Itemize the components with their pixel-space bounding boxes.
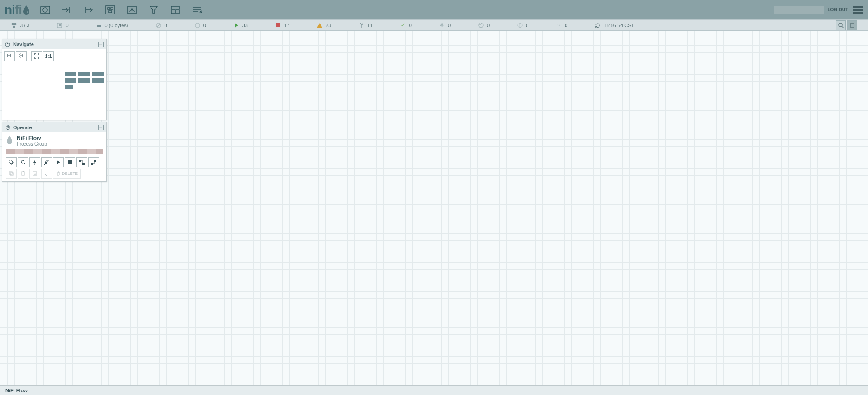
delete-label: DELETE [62,171,78,176]
status-transmitting-disabled: 0 [156,22,167,28]
svg-rect-4 [108,8,110,9]
svg-rect-9 [171,6,179,9]
status-disabled: 11 [359,22,373,28]
logout-link[interactable]: LOG OUT [827,7,848,12]
add-processor-button[interactable] [35,1,55,19]
status-nodes-value: 3 / 3 [20,23,29,28]
operate-collapse-button[interactable]: − [98,125,104,130]
disable-button[interactable] [41,157,52,167]
color-button [41,169,52,179]
user-name-placeholder [774,6,824,14]
svg-rect-18 [97,25,101,26]
svg-rect-10 [171,10,175,14]
operate-title: Operate [13,125,32,130]
process-group-drop-icon [6,135,13,146]
svg-point-13 [14,23,17,25]
svg-point-22 [195,23,200,28]
add-funnel-button[interactable] [144,1,164,19]
svg-text:S: S [34,172,36,175]
operate-panel: Operate − NiFi Flow Process Group S [2,122,107,182]
status-stopped-value: 17 [284,23,289,28]
stopped-icon [275,22,281,28]
enable-button[interactable] [29,157,40,167]
svg-rect-41 [68,160,72,164]
stale-icon [478,22,484,28]
status-bar: 3 / 3 0 0 (0 bytes) 0 0 33 17 23 11 ✓ 0 … [0,19,868,31]
status-invalid-value: 23 [326,23,331,28]
navigate-panel-header: Navigate − [2,39,106,49]
navigate-panel: Navigate − 1:1 [2,39,107,120]
breadcrumb-root[interactable]: NiFi Flow [5,388,28,393]
operate-flow-id [6,149,103,154]
svg-rect-48 [22,172,24,175]
breadcrumb-bar: NiFi Flow [0,385,868,395]
status-invalid: 23 [316,22,331,28]
minimap-viewport[interactable] [5,64,61,87]
svg-rect-44 [91,163,93,165]
configure-button[interactable] [6,157,17,167]
status-transmitting-disabled-value: 0 [165,23,167,28]
hand-icon [5,125,10,130]
trash-icon [56,171,61,176]
group-button: S [29,169,40,179]
add-input-port-button[interactable] [57,1,77,19]
svg-rect-17 [97,24,101,24]
access-policies-button[interactable] [18,157,28,167]
zoom-fit-button[interactable] [31,51,42,61]
delete-button: DELETE [53,169,81,179]
transmit-icon [194,22,201,28]
queue-icon [96,22,102,28]
svg-line-21 [157,24,160,27]
svg-point-25 [839,23,842,27]
status-uptodate-value: 0 [409,23,412,28]
enable-transmission-button[interactable] [76,157,87,167]
status-nodes: 3 / 3 [11,22,29,28]
add-template-button[interactable] [165,1,185,19]
status-stale: 0 [478,22,490,28]
search-button[interactable] [836,20,846,30]
navigate-collapse-button[interactable]: − [98,42,104,47]
svg-rect-49 [23,171,24,172]
disable-transmission-button[interactable] [88,157,99,167]
svg-rect-27 [850,24,854,27]
svg-rect-43 [82,163,85,165]
compass-icon [5,42,10,47]
zoom-in-button[interactable] [4,51,15,61]
operate-flow-name: NiFi Flow [17,135,47,141]
stop-button[interactable] [65,157,75,167]
status-unknown-value: 0 [565,23,567,28]
start-button[interactable] [53,157,64,167]
svg-text:!: ! [519,24,520,28]
bulletin-button[interactable] [847,20,857,30]
zoom-out-button[interactable] [16,51,27,61]
navigate-minimap[interactable] [5,64,104,118]
svg-line-40 [44,160,49,165]
refresh-icon[interactable] [594,22,601,28]
svg-line-30 [10,57,12,58]
svg-rect-6 [109,11,112,13]
flow-canvas[interactable] [0,31,868,385]
add-output-port-button[interactable] [79,1,99,19]
status-queued: 0 (0 bytes) [96,22,128,28]
nifi-logo: nifi [5,3,31,17]
svg-rect-16 [59,24,61,26]
status-sync-fail-value: 0 [526,23,528,28]
status-uptodate: ✓ 0 [400,22,412,28]
svg-rect-5 [111,8,113,9]
add-process-group-button[interactable] [100,1,120,19]
svg-rect-19 [97,26,101,27]
svg-point-8 [131,9,133,10]
cluster-icon [11,22,17,28]
status-refresh-time: 15:56:54 CST [604,23,634,28]
svg-rect-46 [9,172,12,174]
minimap-nodes [65,72,104,91]
sync-fail-icon: ! [517,22,523,28]
add-remote-process-group-button[interactable] [122,1,142,19]
global-menu-button[interactable] [853,5,863,15]
add-label-button[interactable] [187,1,207,19]
status-sync-fail: ! 0 [517,22,528,28]
zoom-actual-button[interactable]: 1:1 [43,51,54,61]
status-queued-value: 0 (0 bytes) [105,23,128,28]
status-unknown: ? 0 [556,22,567,28]
svg-rect-47 [10,173,13,175]
